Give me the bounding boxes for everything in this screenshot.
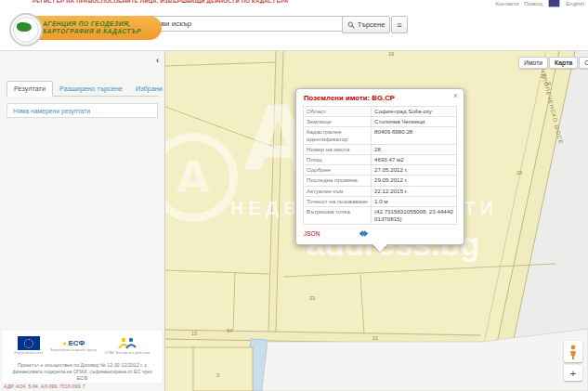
map-type-satelit[interactable]: Сателит — [579, 57, 588, 69]
esf-icon: ★ ЕСФ — [62, 339, 85, 347]
popup-row-value: 27.05.2012 г. — [372, 165, 457, 176]
search-icon — [347, 21, 355, 29]
popup-row-value: 28 — [372, 145, 457, 155]
plus-icon: + — [570, 368, 576, 379]
popup-row-value: (42.7315831055008, 23.4444001370815) — [372, 206, 457, 224]
menu-icon: ≡ — [397, 20, 401, 30]
popup-row: Кадастрален идентификатор80409.6980.28 — [304, 127, 457, 145]
top-link-help[interactable]: Помощ — [524, 1, 542, 7]
pegman-icon — [568, 345, 578, 359]
agency-logo-banner[interactable]: АГЕНЦИЯ ПО ГЕОДЕЗИЯ, КАРТОГРАФИЯ И КАДАС… — [24, 16, 162, 40]
opak-icon — [118, 337, 137, 350]
agency-name-line1: АГЕНЦИЯ ПО ГЕОДЕЗИЯ, — [43, 20, 162, 28]
opak-caption: ОПАК. Експерти в действие — [104, 351, 150, 355]
popup-row: Вътрешна точка(42.7315831055008, 23.4444… — [304, 206, 457, 224]
no-results-message: Няма намерени резултати — [7, 103, 158, 118]
menu-button[interactable]: ≡ — [391, 16, 408, 33]
popup-row-label: Кадастрален идентификатор — [304, 127, 372, 145]
parcel-info-popup: Поземлени имоти: BG.СР × ОбластСофия-гра… — [295, 88, 464, 245]
sidebar-tabs: Резултати Разширено търсене Избрани — [7, 79, 158, 97]
eu-flag-caption: Европейски съюз — [14, 351, 43, 355]
popup-row-label: Вътрешна точка — [304, 206, 372, 224]
search-input[interactable] — [147, 16, 344, 32]
popup-table-body: ОбластСофия-град Sofia-cityЗемлищеСтолич… — [304, 107, 457, 225]
street-view-button[interactable] — [564, 341, 582, 362]
opak-logo: ОПАК. Експерти в действие — [104, 337, 150, 355]
json-link[interactable]: JSON — [304, 230, 320, 237]
popup-row: Одобрен27.05.2012 г. — [304, 165, 457, 176]
popup-row-label: Номер на имота — [304, 145, 372, 155]
popup-row: ЗемлищеСтолична Чепинци — [304, 117, 457, 127]
popup-row-value: 80409.6980.28 — [372, 127, 457, 145]
map-type-switcher: Имоти Карта Сателит — [518, 57, 588, 69]
kais-cadastre-page: РЕГИСТЪР НА ПРАВОСПОСОБНИТЕ ЛИЦА, ИЗВЪРШ… — [0, 0, 588, 391]
close-icon[interactable]: × — [453, 92, 458, 100]
popup-title: Поземлени имоти: BG.СР — [296, 89, 464, 105]
esf-label: ЕСФ — [68, 339, 85, 347]
popup-row: Площ4693.47 м2 — [304, 155, 457, 165]
language-switch[interactable]: English — [566, 1, 584, 7]
top-link-contacts[interactable]: Контакти — [495, 1, 518, 7]
popup-row: Актуален към22.12.2015 г. — [304, 186, 457, 196]
popup-row-value: 1.0 м — [372, 196, 457, 206]
eu-funding-panel: Европейски съюз ★ ЕСФ Европейски социале… — [3, 331, 162, 383]
popup-row-label: Одобрен — [304, 165, 372, 176]
eu-flag-icon — [18, 336, 40, 350]
agency-globe-logo-icon[interactable] — [9, 13, 43, 46]
footer-code[interactable]: АДР. АО4. 5-04. АЛ-099. ПОЛ-099. Г — [4, 384, 85, 389]
header: АГЕНЦИЯ ПО ГЕОДЕЗИЯ, КАРТОГРАФИЯ И КАДАС… — [0, 9, 588, 50]
popup-row-label: Последна промяна — [304, 176, 372, 186]
map-type-karta[interactable]: Карта — [549, 57, 578, 69]
export-icon[interactable] — [359, 229, 369, 238]
eu-flag-logo: Европейски съюз — [14, 336, 43, 355]
search-button-label: Търсене — [358, 20, 385, 29]
popup-row-value: 4693.47 м2 — [372, 155, 457, 165]
popup-row: ОбластСофия-град Sofia-city — [304, 107, 457, 117]
sidebar-collapse-icon[interactable]: ‹ — [156, 57, 159, 65]
popup-attributes-table: ОбластСофия-град Sofia-cityЗемлищеСтолич… — [303, 106, 457, 225]
zoom-in-button[interactable]: + — [564, 365, 582, 381]
search-button[interactable]: Търсене — [342, 16, 390, 33]
agency-name-line2: КАРТОГРАФИЯ И КАДАСТЪР — [43, 28, 162, 35]
sidebar: ‹ Резултати Разширено търсене Избрани Ня… — [0, 51, 165, 391]
top-notice-link[interactable]: РЕГИСТЪР НА ПРАВОСПОСОБНИТЕ ЛИЦА, ИЗВЪРШ… — [33, 0, 288, 4]
popup-row-value: 29.05.2012 г. — [372, 176, 457, 186]
popup-row-label: Землище — [304, 117, 372, 127]
esf-caption: Европейски социален фонд — [51, 348, 97, 352]
popup-row: Последна промяна29.05.2012 г. — [304, 176, 457, 186]
popup-row-label: Област — [304, 107, 372, 117]
popup-row-label: Точност на позоваване — [304, 196, 372, 206]
funding-note: Проектът е осъществен по Договор № 12-32… — [7, 362, 158, 382]
popup-row-value: Столична Чепинци — [372, 117, 457, 127]
popup-row: Номер на имота28 — [304, 145, 457, 155]
tab-selected[interactable]: Избрани — [129, 82, 169, 96]
popup-row-value: 22.12.2015 г. — [372, 186, 457, 196]
map-type-imoti[interactable]: Имоти — [518, 57, 548, 69]
tab-results[interactable]: Резултати — [7, 81, 53, 97]
popup-row-label: Актуален към — [304, 186, 372, 196]
tab-advanced-search[interactable]: Разширено търсене — [53, 82, 129, 96]
language-flag-icon[interactable] — [548, 0, 560, 7]
esf-logo: ★ ЕСФ Европейски социален фонд — [51, 339, 97, 352]
popup-pointer — [372, 244, 387, 252]
popup-row-label: Площ — [304, 155, 372, 165]
popup-row-value: София-град Sofia-city — [372, 107, 457, 117]
popup-row: Точност на позоваване1.0 м — [304, 196, 457, 206]
